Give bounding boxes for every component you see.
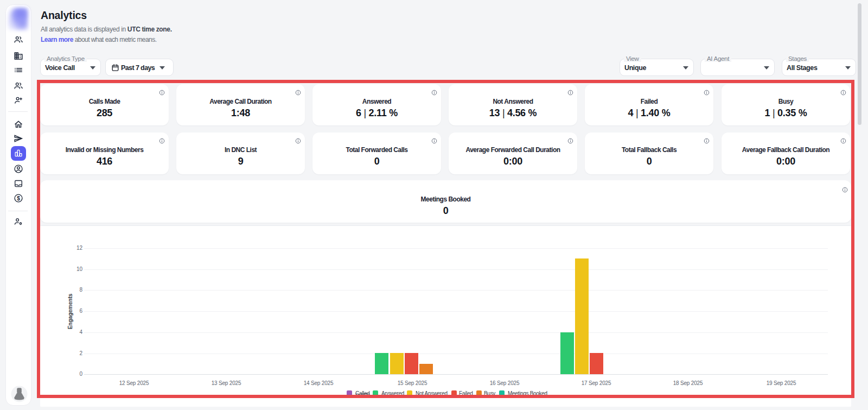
svg-text:$: $ bbox=[17, 195, 20, 201]
